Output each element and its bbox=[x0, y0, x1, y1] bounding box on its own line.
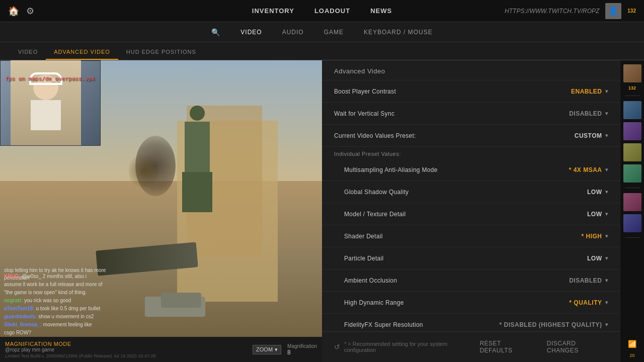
chat-line: negratt: you rick was so good bbox=[0, 297, 322, 305]
particle-detail-value[interactable]: LOW ▾ bbox=[587, 255, 608, 262]
nav-loadout[interactable]: LOADOUT bbox=[314, 7, 350, 15]
sidebar-count: 132 bbox=[628, 85, 636, 90]
sidebar-divider-2 bbox=[625, 188, 640, 188]
sidebar-avatar-3[interactable] bbox=[623, 122, 641, 140]
msaa-value[interactable]: * 4X MSAA ▾ bbox=[569, 166, 608, 173]
model-texture-detail-value[interactable]: LOW ▾ bbox=[587, 211, 608, 218]
magnification-mode-label: Magnification Mode bbox=[5, 341, 155, 347]
ambient-occlusion-label: Ambient Occlusion bbox=[344, 277, 397, 284]
wait-vertical-sync-label: Wait for Vertical Sync bbox=[334, 110, 394, 117]
chevron-down-icon: ▾ bbox=[605, 88, 608, 94]
user-count: 132 bbox=[627, 8, 636, 14]
shader-detail-value[interactable]: * HIGH ▾ bbox=[581, 233, 608, 240]
discard-changes-button[interactable]: DISCARD CHANGES bbox=[543, 338, 608, 356]
setting-fidelityfx: FidelityFX Super Resolution * DISABLED (… bbox=[322, 314, 620, 331]
settings-search[interactable]: 🔍 bbox=[207, 26, 224, 38]
setting-shader-detail: Shader Detail * HIGH ▾ bbox=[322, 225, 620, 247]
setting-global-shadow-quality: Global Shadow Quality LOW ▾ bbox=[322, 181, 620, 203]
nav-right: HTTPS://WWW.TWITCH.TV/ROPZ 👤 132 bbox=[505, 3, 636, 19]
setting-wait-vertical-sync: Wait for Vertical Sync DISABLED ▾ bbox=[322, 103, 620, 125]
signal-count: 20 bbox=[629, 353, 634, 358]
wifi-icon[interactable]: 📶 bbox=[626, 338, 638, 350]
user-avatar[interactable]: 👤 bbox=[605, 3, 621, 19]
setting-ambient-occlusion: Ambient Occlusion DISABLED ▾ bbox=[322, 269, 620, 292]
search-icon: 🔍 bbox=[211, 28, 220, 36]
particle-detail-label: Particle Detail bbox=[344, 255, 384, 262]
nav-inventory[interactable]: INVENTORY bbox=[252, 7, 294, 15]
reset-icon: ↺ bbox=[334, 343, 340, 351]
sidebar-avatar-6[interactable] bbox=[623, 193, 641, 211]
chevron-down-icon: ▾ bbox=[605, 300, 608, 305]
setting-high-dynamic-range: High Dynamic Range * QUALITY ▾ bbox=[322, 292, 620, 314]
tab-advanced-video[interactable]: ADVANCED VIDEO bbox=[46, 45, 118, 60]
mag-value-container: Magnification 8 bbox=[287, 343, 317, 356]
chevron-down-icon: ▾ bbox=[605, 255, 608, 261]
chevron-down-icon: ▾ bbox=[605, 189, 608, 195]
chevron-down-icon: ▾ bbox=[605, 322, 608, 327]
twitch-url: HTTPS://WWW.TWITCH.TV/ROPZ bbox=[505, 8, 599, 15]
sidebar-avatar-4[interactable] bbox=[623, 143, 641, 161]
chevron-down-icon: ▾ bbox=[605, 167, 608, 172]
settings-nav-game[interactable]: GAME bbox=[320, 27, 348, 38]
webcam-overlay bbox=[0, 60, 101, 146]
sidebar-avatar-1[interactable] bbox=[623, 64, 641, 82]
setting-current-video-preset: Current Video Values Preset: CUSTOM ▾ bbox=[322, 125, 620, 147]
settings-area: Advanced Video Boost Player Contrast ENA… bbox=[322, 60, 620, 362]
global-shadow-quality-value[interactable]: LOW ▾ bbox=[587, 189, 608, 196]
tab-video[interactable]: VIDEO bbox=[10, 45, 46, 60]
video-tabs-bar: VIDEO ADVANCED VIDEO HUD EDGE POSITIONS bbox=[0, 42, 644, 60]
preset-section-label: Individual Preset Values: bbox=[322, 147, 620, 159]
shader-detail-label: Shader Detail bbox=[344, 233, 383, 240]
boost-player-contrast-value[interactable]: ENABLED ▾ bbox=[571, 88, 608, 95]
magnification-mode-sublabel: @ropz play mm game bbox=[5, 347, 155, 352]
magnification-controls: ZOOM ▾ Magnification 8 bbox=[253, 343, 317, 356]
chevron-down-icon: ▾ bbox=[605, 233, 608, 239]
nav-left-icons: 🏠 ⚙ bbox=[8, 6, 34, 17]
build-info: Limited Test Build v. 2000086/13906 (Pub… bbox=[5, 353, 155, 358]
setting-particle-detail: Particle Detail LOW ▾ bbox=[322, 247, 620, 269]
chat-line: csgo ROW? bbox=[0, 329, 322, 337]
current-video-preset-value[interactable]: CUSTOM ▾ bbox=[575, 132, 608, 139]
chevron-down-icon: ▾ bbox=[605, 111, 608, 116]
chat-line: aTomTom18: u took like 0.5 dmg per bulle… bbox=[0, 305, 322, 313]
fidelityfx-value[interactable]: * DISABLED (HIGHEST QUALITY) ▾ bbox=[499, 321, 608, 328]
settings-gear-icon[interactable]: ⚙ bbox=[26, 6, 34, 17]
sidebar-divider-3 bbox=[625, 237, 640, 238]
tab-hud-edge-positions[interactable]: HUD EDGE POSITIONS bbox=[118, 45, 204, 60]
magnification-sublabel: Magnification bbox=[287, 343, 317, 349]
setting-model-texture-detail: Model / Texture Detail LOW ▾ bbox=[322, 203, 620, 225]
msaa-label: Multisampling Anti-Aliasing Mode bbox=[344, 166, 438, 173]
sidebar-avatar-2[interactable] bbox=[623, 101, 641, 119]
chat-line: KRUG: @w0ss_ 2 months still, also i bbox=[0, 273, 322, 281]
nav-news[interactable]: NEWS bbox=[370, 7, 392, 15]
chevron-down-icon: ▾ bbox=[605, 211, 608, 217]
advanced-video-title: Advanced Video bbox=[322, 60, 620, 80]
nav-center-links: INVENTORY LOADOUT NEWS bbox=[252, 7, 392, 15]
settings-navigation: 🔍 VIDEO AUDIO GAME KEYBOARD / MOUSE bbox=[0, 22, 644, 42]
fps-overlay-text: fps on maps/de_overpass.vpk bbox=[5, 75, 95, 82]
settings-nav-video[interactable]: VIDEO bbox=[236, 27, 266, 38]
chat-line: assume ll work be a full release and mor… bbox=[0, 281, 322, 289]
sidebar-divider bbox=[625, 96, 640, 96]
footer-note: ↺ * = Recommended setting for your syste… bbox=[334, 341, 467, 353]
settings-nav-audio[interactable]: AUDIO bbox=[278, 27, 308, 38]
settings-nav-keyboard[interactable]: KEYBOARD / MOUSE bbox=[360, 27, 437, 38]
home-icon[interactable]: 🏠 bbox=[8, 6, 19, 17]
fidelityfx-label: FidelityFX Super Resolution bbox=[344, 321, 423, 328]
stream-chat: KRUG: @w0ss_ 2 months still, also i assu… bbox=[0, 273, 322, 337]
global-shadow-quality-label: Global Shadow Quality bbox=[344, 189, 409, 196]
current-video-preset-label: Current Video Values Preset: bbox=[334, 132, 416, 139]
sidebar-avatar-7[interactable] bbox=[623, 214, 641, 232]
setting-boost-player-contrast: Boost Player Contrast ENABLED ▾ bbox=[322, 80, 620, 103]
boost-player-contrast-label: Boost Player Contrast bbox=[334, 88, 396, 95]
sidebar-avatar-5[interactable] bbox=[623, 164, 641, 183]
chevron-down-icon: ▾ bbox=[605, 278, 608, 283]
stream-panel: fps on maps/de_overpass.vpk stop telling… bbox=[0, 60, 322, 362]
wait-vertical-sync-value[interactable]: DISABLED ▾ bbox=[569, 110, 608, 117]
zoom-dropdown[interactable]: ZOOM ▾ bbox=[253, 345, 281, 354]
magnification-info: Magnification Mode @ropz play mm game Li… bbox=[5, 341, 155, 358]
high-dynamic-range-value[interactable]: * QUALITY ▾ bbox=[569, 299, 608, 306]
main-layout: fps on maps/de_overpass.vpk stop telling… bbox=[0, 60, 644, 362]
ambient-occlusion-value[interactable]: DISABLED ▾ bbox=[569, 277, 608, 284]
reset-defaults-button[interactable]: RESET DEFAULTS bbox=[475, 338, 534, 356]
